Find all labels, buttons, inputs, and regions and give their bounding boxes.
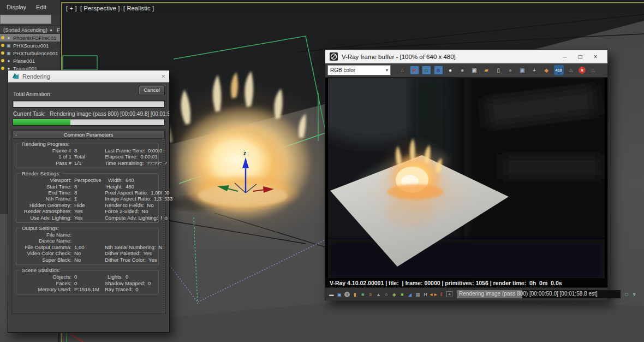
interactive-render-icon[interactable]: ♨: [588, 66, 598, 75]
compare-horizontal-icon[interactable]: ◄►: [431, 291, 436, 298]
display-correction-icon[interactable]: ▣: [337, 291, 342, 298]
active-viewport-border-top: [61, 2, 644, 3]
current-task-line: Current Task:Rendering image (pass 800) …: [8, 108, 169, 117]
total-animation-label: Total Animation:: [13, 91, 52, 97]
parameter-row: Pass #1/1Time Remaining:??:??:??: [17, 160, 157, 166]
maximize-button[interactable]: □: [573, 53, 588, 61]
save-image-icon[interactable]: ▣: [470, 66, 479, 75]
common-parameters-rollout[interactable]: - Common Parameters: [13, 131, 165, 139]
load-image-icon[interactable]: ▰: [482, 66, 491, 75]
view-clamped-colors-icon[interactable]: ■: [360, 291, 366, 298]
stamp-icon[interactable]: +: [446, 291, 452, 297]
object-type-icon: ●: [6, 58, 11, 63]
vfb-toolbar: RGB color ▾ ∴ R G B ● ● ▣: [325, 63, 607, 78]
parameter-row: End Time:8Pixel Aspect Ratio:1,00000: [17, 190, 157, 196]
channel-select-dropdown[interactable]: RGB color ▾: [327, 65, 391, 75]
rollout-scrollbar[interactable]: [162, 139, 165, 312]
close-icon[interactable]: ×: [161, 73, 165, 80]
pixel-information-icon[interactable]: ≡: [368, 291, 373, 298]
red-channel-button[interactable]: R: [410, 66, 419, 75]
scene-explorer-menubar: Display Edit: [0, 0, 60, 14]
parameter-row: Faces:0Shadow Mapped:0: [17, 280, 157, 286]
explorer-item-row[interactable]: ● PhoenixFDFire001: [0, 34, 60, 42]
object-name-label: PhoenixFDFire001: [13, 35, 56, 41]
parameter-row: File Name:: [17, 232, 157, 238]
rollout-title: Common Parameters: [19, 132, 164, 138]
column-frozen-header[interactable]: F: [55, 27, 60, 33]
render-settings-group: Render Settings: Viewport:PerspectiveWid…: [16, 173, 159, 223]
vfb-title: V-Ray frame buffer - [100% of 640 x 480]: [342, 54, 553, 60]
rendering-progress-group: Rendering Progress: Frame #8Last Frame T…: [16, 144, 159, 168]
parameter-row: Memory Used:P:1516,1MRay Traced:0: [17, 286, 157, 292]
window-controls: – □ ×: [557, 53, 603, 61]
render-last-icon[interactable]: ♨: [567, 66, 576, 75]
detach-image-icon[interactable]: □: [625, 291, 628, 297]
hue-saturation-icon[interactable]: ◆: [391, 291, 397, 298]
channel-select-value: RGB color: [330, 67, 386, 73]
total-animation-band: Total Animation: Cancel: [8, 82, 169, 99]
duplicate-buffer-icon[interactable]: ▣: [518, 66, 527, 75]
parameter-row: Frame #8Last Frame Time:0:00:00: [17, 148, 157, 154]
vfb-bottom-toolbar: ▬ ▣ i ▮ ■ ≡ ▲ ○ ◆ ■: [325, 287, 607, 300]
sort-ascending-icon[interactable]: ▲: [49, 28, 55, 32]
menu-display[interactable]: Display: [7, 4, 26, 10]
parameter-row: Viewport:PerspectiveWidth:640: [17, 177, 157, 183]
object-type-icon: ●: [6, 36, 11, 40]
color-balance-icon[interactable]: ■: [399, 291, 405, 298]
dialog-title: Rendering: [22, 73, 158, 80]
layer-color-dot: [1, 36, 4, 39]
force-color-clamping-icon[interactable]: ▮: [352, 291, 357, 298]
rendering-dialog-titlebar[interactable]: Rendering ×: [8, 70, 169, 82]
track-mouse-icon[interactable]: +: [530, 66, 539, 75]
parameter-row: File Output Gamma:1,00Nth Serial Numberi…: [17, 244, 157, 250]
parameter-row: Nth Frame:1Image Aspect Ratio:1,33333: [17, 196, 157, 202]
histogram-icon[interactable]: ▲: [375, 291, 381, 298]
viewport-shading-menu[interactable]: [ Realistic ]: [123, 5, 154, 11]
parameter-row: Hidden Geometry:HideRender to Fields:No: [17, 202, 157, 208]
explorer-column-header[interactable]: (Sorted Ascending) ▲ F: [0, 25, 60, 34]
collapse-icon[interactable]: -: [13, 132, 19, 138]
alpha-channel-icon[interactable]: ●: [446, 66, 455, 75]
collapse-chevron-icon[interactable]: »: [631, 293, 637, 296]
3dsmax-logo-icon: [12, 73, 19, 80]
blue-channel-button[interactable]: B: [434, 66, 443, 75]
info-icon[interactable]: i: [344, 292, 350, 297]
explorer-item-row[interactable]: ▣ PHXTurbulence001: [0, 49, 60, 57]
explorer-item-row[interactable]: ● Plane001: [0, 57, 60, 64]
group-title: Rendering Progress:: [20, 141, 71, 147]
explorer-search-input[interactable]: [0, 15, 51, 24]
exposure-icon[interactable]: ▦: [415, 291, 420, 298]
rendering-dialog: Rendering × Total Animation: Cancel Curr…: [8, 70, 170, 333]
vfb-titlebar[interactable]: V-Ray frame buffer - [100% of 640 x 480]…: [325, 50, 607, 63]
monochrome-icon[interactable]: ●: [458, 66, 467, 75]
current-task-label: Current Task:: [13, 111, 45, 117]
clear-image-icon[interactable]: ●: [506, 66, 515, 75]
preview-window-icon[interactable]: ▬: [329, 291, 334, 298]
menu-edit[interactable]: Edit: [36, 4, 46, 10]
region-render-icon[interactable]: ◆: [542, 66, 551, 75]
viewport-general-menu[interactable]: [ + ]: [66, 5, 77, 11]
column-name-header[interactable]: (Sorted Ascending): [0, 27, 49, 33]
curve-correction-icon[interactable]: ◢: [407, 291, 413, 298]
lut-icon[interactable]: H: [423, 291, 428, 298]
vfb-progress-text: Rendering image (pass 800) [00:00:50.0] …: [459, 291, 598, 297]
parameter-row: Super Black:NoDither True Color:Yes: [17, 257, 157, 263]
green-channel-button[interactable]: G: [422, 66, 431, 75]
parameter-row: Render Atmosphere:YesForce 2-Sided:No: [17, 208, 157, 214]
viewport-pov-menu[interactable]: [ Perspective ]: [80, 5, 120, 11]
cancel-button[interactable]: Cancel: [139, 86, 165, 95]
parameter-row: Device Name:: [17, 238, 157, 244]
ab-compare-icon[interactable]: ‖: [438, 291, 444, 298]
color-channels-icon[interactable]: ∴: [398, 66, 407, 75]
scene-statistics-group: Scene Statistics: Objects:0Lights:0 Face…: [16, 270, 159, 294]
vray-frame-buffer-window: V-Ray frame buffer - [100% of 640 x 480]…: [325, 49, 608, 300]
stop-render-button[interactable]: ×: [579, 67, 586, 74]
compare-badge-icon[interactable]: 410: [554, 65, 564, 75]
white-balance-icon[interactable]: ○: [384, 291, 389, 298]
close-button[interactable]: ×: [588, 53, 603, 61]
vfb-status-bar: V-Ray 4.10.02.00001 | file: | frame: 000…: [325, 278, 607, 287]
copy-clipboard-icon[interactable]: ▯: [494, 66, 503, 75]
explorer-item-row[interactable]: ▣ PHXSource001: [0, 42, 60, 49]
group-title: Scene Statistics:: [20, 267, 62, 273]
minimize-button[interactable]: –: [557, 53, 573, 61]
